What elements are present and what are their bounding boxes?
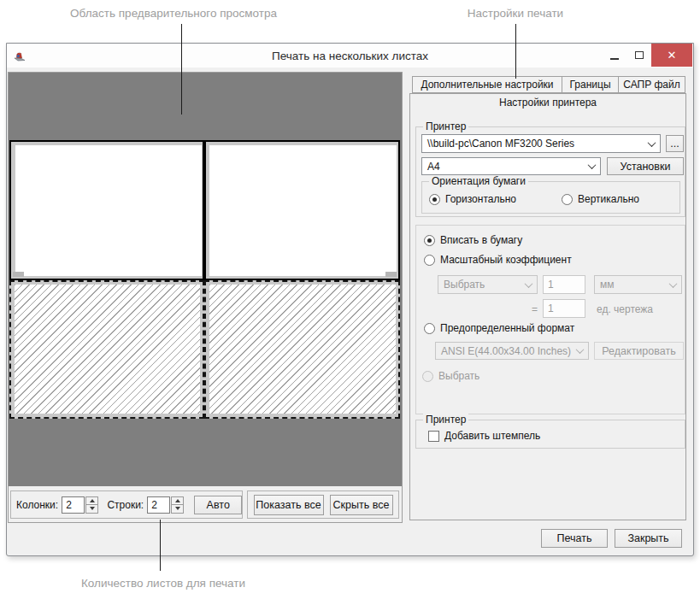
paper-size-select[interactable]: A4: [421, 157, 601, 175]
scale-mode-value: Выбрать: [444, 279, 485, 291]
print-button[interactable]: Печать: [541, 529, 608, 548]
show-hide-group: Показать все Скрыть все: [247, 490, 399, 519]
orientation-horizontal-label: Горизонтально: [445, 193, 516, 205]
show-all-button[interactable]: Показать все: [254, 495, 324, 515]
tab-cad-file[interactable]: САПР файл: [618, 76, 685, 93]
grid-size-group: Колонки: Строки: Авто: [10, 490, 243, 519]
sheet-2-corner-mark: [385, 272, 397, 277]
units-value: мм: [600, 279, 615, 291]
browse-printer-button[interactable]: ...: [666, 135, 684, 152]
columns-label: Колонки:: [16, 499, 58, 511]
sheet-2-page: [209, 145, 397, 276]
radio-unchecked-icon: [424, 255, 435, 266]
select-area-radio[interactable]: Выбрать: [422, 370, 479, 382]
rows-input[interactable]: [147, 496, 170, 514]
orientation-vertical-radio[interactable]: Вертикально: [562, 193, 639, 205]
predefined-format-radio[interactable]: Предопределенный формат: [424, 322, 574, 334]
radio-unchecked-icon: [562, 194, 573, 205]
print-dialog-window: Печать на нескольких листах ✕: [6, 43, 694, 556]
chevron-down-icon: [669, 279, 678, 288]
scale-factor-label: Масштабный коэффициент: [440, 254, 572, 266]
checkbox-unchecked-icon: [428, 431, 439, 442]
close-button[interactable]: ✕: [651, 44, 692, 67]
units-select[interactable]: мм: [594, 275, 682, 294]
sheet-4-hidden[interactable]: [204, 280, 400, 419]
hide-all-button[interactable]: Скрыть все: [330, 495, 393, 515]
orientation-vertical-label: Вертикально: [578, 193, 639, 205]
sheet-4-hatch: [209, 285, 396, 414]
annotation-print-settings: Настройки печати: [430, 7, 601, 20]
grid-controls-strip: Колонки: Строки: Авто: [9, 486, 402, 522]
format-value: ANSI E(44.00x34.00 Inches): [441, 345, 571, 357]
annotation-line-sheet-count: [160, 520, 161, 571]
add-stamp-checkbox[interactable]: Добавить штемпель: [428, 430, 540, 442]
tab-printer-settings[interactable]: Настройки принтера: [409, 93, 686, 111]
rows-stepper[interactable]: [171, 496, 184, 514]
radio-checked-icon: [429, 194, 440, 205]
minimize-icon: [610, 58, 619, 60]
predefined-format-label: Предопределенный формат: [440, 322, 574, 334]
fit-to-paper-radio[interactable]: Вписать в бумагу: [424, 234, 522, 246]
auto-button[interactable]: Авто: [194, 496, 242, 514]
radio-unchecked-icon: [424, 323, 435, 334]
tab-strip: Дополнительные настройки Границы САПР фа…: [412, 76, 685, 93]
title-bar[interactable]: Печать на нескольких листах ✕: [7, 44, 693, 68]
annotation-line-settings: [515, 24, 516, 79]
columns-down-icon[interactable]: [85, 504, 98, 514]
tab-additional-settings[interactable]: Дополнительные настройки: [412, 76, 562, 93]
orientation-horizontal-radio[interactable]: Горизонтально: [429, 193, 516, 205]
sheet-3-hatch: [15, 285, 200, 414]
printer-setup-button[interactable]: Установки: [607, 157, 684, 175]
sheet-1[interactable]: [9, 140, 204, 280]
preview-canvas[interactable]: [9, 73, 402, 486]
annotation-sheet-count: Количество листов для печати: [44, 577, 283, 590]
add-stamp-label: Добавить штемпель: [444, 430, 540, 442]
maximize-icon: [635, 51, 644, 59]
maximize-button[interactable]: [626, 44, 651, 67]
window-title: Печать на нескольких листах: [7, 50, 693, 62]
paper-size-value: A4: [427, 161, 440, 173]
rows-down-icon[interactable]: [171, 504, 184, 514]
paper-units-input[interactable]: [543, 275, 585, 294]
orientation-group-title: Ориентация бумаги: [429, 175, 528, 187]
drawing-units-input[interactable]: [543, 299, 585, 318]
chevron-down-icon: [588, 161, 597, 169]
tab-borders[interactable]: Границы: [562, 76, 619, 93]
printer-settings-page: Принтер \\build-pc\Canon MF3200 Series .…: [409, 110, 686, 520]
app-icon: [13, 49, 26, 62]
equals-label: =: [532, 303, 538, 315]
rows-label: Строки:: [107, 499, 144, 511]
sheet-2[interactable]: [204, 140, 400, 280]
orientation-group: Ориентация бумаги Горизонтально Вертикал…: [421, 181, 680, 214]
chevron-down-icon: [576, 345, 585, 354]
select-area-label: Выбрать: [438, 370, 479, 382]
close-dialog-button[interactable]: Закрыть: [615, 529, 682, 548]
fit-to-paper-label: Вписать в бумагу: [440, 234, 522, 246]
printer-select[interactable]: \\build-pc\Canon MF3200 Series: [421, 134, 661, 153]
sheet-3-hidden[interactable]: [9, 280, 204, 419]
radio-checked-icon: [424, 235, 435, 246]
close-icon: ✕: [668, 49, 677, 62]
screenshot-stage: Область предварительного просмотра Настр…: [0, 0, 700, 605]
scale-group: Вписать в бумагу Масштабный коэффициент …: [415, 225, 685, 414]
chevron-down-icon: [525, 279, 533, 288]
settings-panel: Дополнительные настройки Границы САПР фа…: [409, 73, 687, 522]
stamp-group: Принтер Добавить штемпель: [415, 420, 685, 449]
printer-group: Принтер \\build-pc\Canon MF3200 Series .…: [415, 126, 685, 217]
stamp-group-title: Принтер: [423, 414, 468, 426]
scale-factor-radio[interactable]: Масштабный коэффициент: [424, 254, 572, 266]
chevron-down-icon: [648, 138, 656, 147]
radio-disabled-icon: [422, 371, 433, 382]
drawing-units-label: ед. чертежа: [597, 303, 653, 315]
sheet-1-corner-mark: [13, 272, 24, 277]
format-select[interactable]: ANSI E(44.00x34.00 Inches): [435, 342, 589, 360]
columns-stepper[interactable]: [85, 496, 98, 514]
minimize-button[interactable]: [602, 44, 626, 67]
annotation-preview-area: Область предварительного просмотра: [54, 7, 293, 20]
sheet-1-page: [15, 145, 202, 276]
scale-mode-select[interactable]: Выбрать: [438, 275, 538, 294]
annotation-line-preview: [181, 24, 182, 115]
edit-format-button[interactable]: Редактировать: [594, 342, 684, 360]
preview-panel: Колонки: Строки: Авто: [8, 72, 403, 523]
columns-input[interactable]: [62, 496, 85, 514]
